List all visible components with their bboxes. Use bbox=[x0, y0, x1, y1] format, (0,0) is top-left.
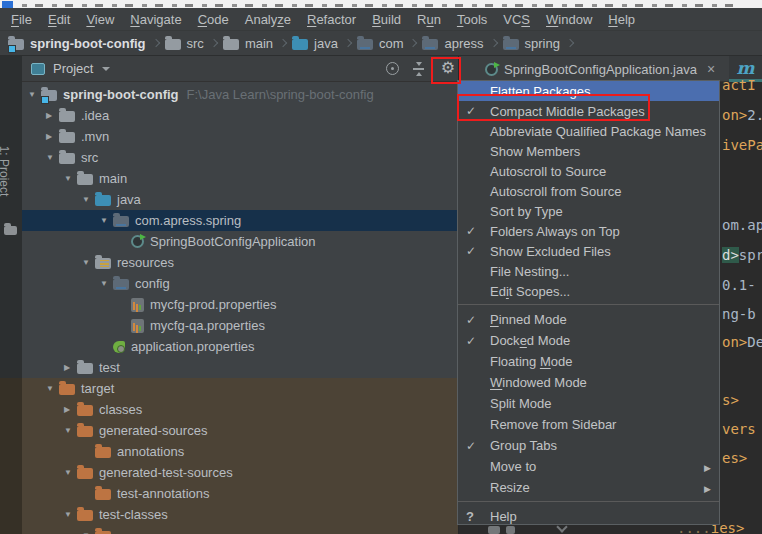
menu-item-move-to[interactable]: Move to bbox=[458, 456, 719, 477]
menu-code[interactable]: Code bbox=[190, 12, 237, 27]
menu-item-windowed-mode[interactable]: Windowed Mode bbox=[458, 372, 719, 393]
menu-build[interactable]: Build bbox=[364, 12, 409, 27]
collapse-arrow-icon[interactable] bbox=[98, 216, 113, 225]
close-icon[interactable] bbox=[707, 61, 715, 77]
collapse-arrow-icon[interactable] bbox=[62, 174, 77, 183]
tree-row-test-classes[interactable]: test-classes bbox=[22, 504, 458, 525]
tab-springbootconfigapplication-java[interactable]: SpringBootConfigApplication.java bbox=[485, 56, 715, 82]
collapse-arrow-icon[interactable] bbox=[62, 468, 77, 477]
collapse-arrow-icon[interactable] bbox=[62, 426, 77, 435]
locate-icon[interactable] bbox=[386, 62, 399, 75]
menu-item-file-nesting[interactable]: File Nesting... bbox=[458, 261, 719, 281]
expand-arrow-icon[interactable] bbox=[62, 363, 77, 372]
menu-run[interactable]: Run bbox=[409, 12, 449, 27]
collapse-arrow-icon[interactable] bbox=[98, 279, 113, 288]
tree-row-partial[interactable] bbox=[22, 525, 458, 534]
collapse-arrow-icon[interactable] bbox=[62, 510, 77, 519]
breadcrumb-spring-boot-config[interactable]: spring-boot-config bbox=[8, 36, 146, 51]
menu-item-pinned-mode[interactable]: Pinned Mode bbox=[458, 309, 719, 330]
editor-tab-bar: SpringBootConfigApplication.java m bbox=[459, 56, 762, 82]
help-icon bbox=[466, 509, 490, 524]
tree-row-java[interactable]: java bbox=[22, 189, 458, 210]
chevron-separator-icon bbox=[210, 39, 218, 47]
menu-item-compact-middle-packages[interactable]: Compact Middle Packages bbox=[458, 101, 719, 121]
menu-item-flatten-packages[interactable]: Flatten Packages bbox=[458, 81, 719, 101]
menu-view[interactable]: View bbox=[78, 12, 122, 27]
menu-item-label: Resize bbox=[490, 480, 704, 495]
tree-row-annotations[interactable]: annotations bbox=[22, 441, 458, 462]
menu-refactor[interactable]: Refactor bbox=[299, 12, 364, 27]
tree-row-resources[interactable]: resources bbox=[22, 252, 458, 273]
panel-title[interactable]: Project bbox=[53, 61, 93, 76]
menu-item-edit-scopes[interactable]: Edit Scopes... bbox=[458, 281, 719, 301]
tree-row-test-annotations[interactable]: test-annotations bbox=[22, 483, 458, 504]
menu-edit[interactable]: Edit bbox=[40, 12, 78, 27]
tree-row-config[interactable]: config bbox=[22, 273, 458, 294]
folder-icon bbox=[165, 39, 181, 50]
springboot-class-icon bbox=[485, 63, 498, 76]
tree-row-mvn[interactable]: .mvn bbox=[22, 126, 458, 147]
tree-row-generated-sources[interactable]: generated-sources bbox=[22, 420, 458, 441]
tree-item-label: test bbox=[99, 360, 120, 375]
menu-item-help[interactable]: Help bbox=[458, 506, 719, 525]
menu-item-label: Pinned Mode bbox=[490, 312, 711, 327]
expand-arrow-icon[interactable] bbox=[44, 111, 59, 120]
tree-row-spring-boot-config[interactable]: spring-boot-configF:\Java Learn\spring-b… bbox=[22, 84, 458, 105]
tree-row-target[interactable]: target bbox=[22, 378, 458, 399]
tree-row-main[interactable]: main bbox=[22, 168, 458, 189]
menu-help[interactable]: Help bbox=[600, 12, 643, 27]
tree-row-mycfg-prod-properties[interactable]: mycfg-prod.properties bbox=[22, 294, 458, 315]
menu-vcs[interactable]: VCS bbox=[495, 12, 538, 27]
collapse-arrow-icon[interactable] bbox=[44, 153, 59, 162]
tree-row-idea[interactable]: .idea bbox=[22, 105, 458, 126]
breadcrumb-src[interactable]: src bbox=[165, 36, 204, 51]
menu-item-autoscroll-from-source[interactable]: Autoscroll from Source bbox=[458, 181, 719, 201]
submenu-arrow-icon bbox=[704, 459, 711, 474]
expand-arrow-icon[interactable] bbox=[44, 132, 59, 141]
tab-pom-maven[interactable]: m bbox=[729, 56, 762, 82]
menu-item-docked-mode[interactable]: Docked Mode bbox=[458, 330, 719, 351]
tree-row-src[interactable]: src bbox=[22, 147, 458, 168]
menu-item-autoscroll-to-source[interactable]: Autoscroll to Source bbox=[458, 161, 719, 181]
expand-arrow-icon[interactable] bbox=[62, 405, 77, 414]
collapse-arrow-icon[interactable] bbox=[44, 384, 59, 393]
app-icon bbox=[2, 1, 13, 8]
menu-item-sort-by-type[interactable]: Sort by Type bbox=[458, 201, 719, 221]
menu-item-abbreviate-qualified-package-names[interactable]: Abbreviate Qualified Package Names bbox=[458, 121, 719, 141]
menu-tools[interactable]: Tools bbox=[449, 12, 495, 27]
menu-item-show-excluded-files[interactable]: Show Excluded Files bbox=[458, 241, 719, 261]
settings-gear-icon[interactable] bbox=[439, 58, 457, 78]
tree-row-springbootconfigapplication[interactable]: SpringBootConfigApplication bbox=[22, 231, 458, 252]
breadcrumb-spring[interactable]: spring bbox=[503, 36, 560, 51]
breadcrumb-apress[interactable]: apress bbox=[422, 36, 483, 51]
tree-row-classes[interactable]: classes bbox=[22, 399, 458, 420]
tree-row-test[interactable]: test bbox=[22, 357, 458, 378]
chevron-down-icon[interactable] bbox=[102, 67, 110, 71]
menu-window[interactable]: Window bbox=[538, 12, 600, 27]
collapse-arrow-icon[interactable] bbox=[26, 90, 41, 99]
menu-item-show-members[interactable]: Show Members bbox=[458, 141, 719, 161]
collapse-all-icon[interactable] bbox=[412, 62, 426, 76]
tree-row-application-properties[interactable]: application.properties bbox=[22, 336, 458, 357]
breadcrumb-main[interactable]: main bbox=[223, 36, 273, 51]
tree-row-mycfg-qa-properties[interactable]: mycfg-qa.properties bbox=[22, 315, 458, 336]
collapse-arrow-icon[interactable] bbox=[80, 195, 95, 204]
collapse-arrow-icon[interactable] bbox=[80, 258, 95, 267]
project-toolwindow-button[interactable]: 1: Project bbox=[0, 126, 22, 236]
menu-item-floating-mode[interactable]: Floating Mode bbox=[458, 351, 719, 372]
menu-navigate[interactable]: Navigate bbox=[122, 12, 189, 27]
tree-row-generated-test-sources[interactable]: generated-test-sources bbox=[22, 462, 458, 483]
breadcrumb-com[interactable]: com bbox=[357, 36, 404, 51]
menu-item-folders-always-on-top[interactable]: Folders Always on Top bbox=[458, 221, 719, 241]
menu-analyze[interactable]: Analyze bbox=[237, 12, 299, 27]
tree-row-com-apress-spring[interactable]: com.apress.spring bbox=[22, 210, 458, 231]
breadcrumb-label: spring-boot-config bbox=[30, 36, 146, 51]
breadcrumb-java[interactable]: java bbox=[292, 36, 338, 51]
chevron-separator-icon bbox=[409, 39, 417, 47]
menu-item-group-tabs[interactable]: Group Tabs bbox=[458, 435, 719, 456]
menu-item-resize[interactable]: Resize bbox=[458, 477, 719, 498]
menu-file[interactable]: File bbox=[3, 12, 40, 27]
menu-item-split-mode[interactable]: Split Mode bbox=[458, 393, 719, 414]
folder-excluded-icon bbox=[59, 384, 75, 395]
menu-item-remove-from-sidebar[interactable]: Remove from Sidebar bbox=[458, 414, 719, 435]
